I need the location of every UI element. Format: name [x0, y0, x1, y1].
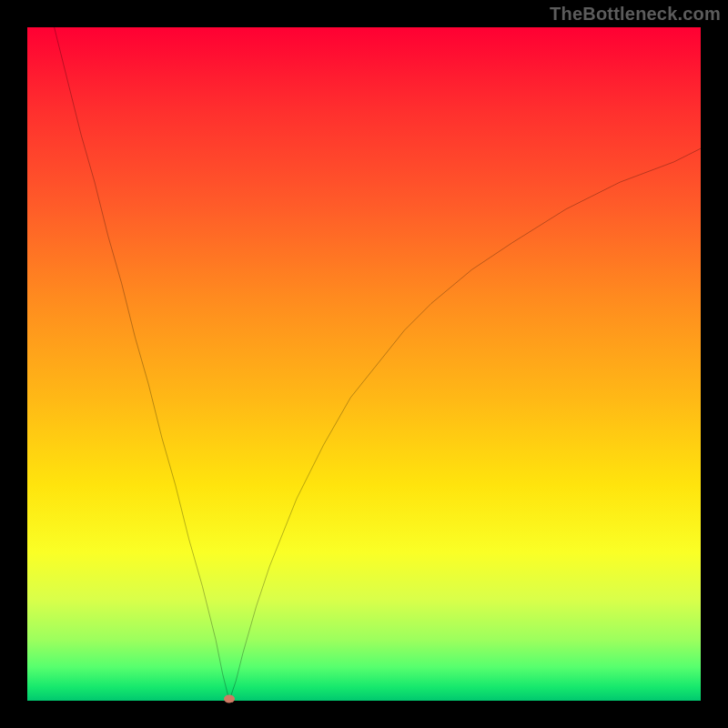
minimum-marker [224, 695, 235, 703]
outer-frame: TheBottleneck.com [0, 0, 728, 728]
plot-area [27, 27, 701, 701]
bottleneck-curve [27, 27, 701, 701]
watermark-text: TheBottleneck.com [550, 4, 721, 25]
